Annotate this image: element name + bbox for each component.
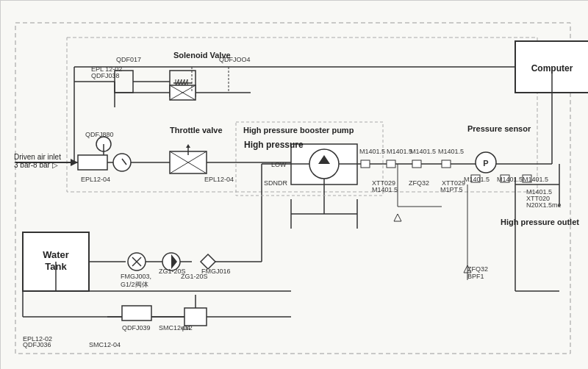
smc12-04b-label: SMC12-04 (89, 341, 121, 348)
m1401-label1: M1401.5 (359, 148, 385, 155)
high-pressure-outlet-label: High pressure outlet (501, 218, 579, 226)
svg-rect-62 (122, 306, 151, 320)
m1401-label8: M1401.5 (372, 186, 398, 193)
svg-rect-69 (361, 160, 370, 168)
bpf1-label: BPF1 (467, 273, 484, 280)
high-pressure-booster-label: High pressure booster pump (243, 126, 354, 135)
qdfj038-label: QDFJ038 (91, 72, 120, 79)
svg-rect-71 (412, 160, 421, 168)
n20x1-label: N20X1.5me (526, 201, 562, 209)
sdndr-label: SDNDR (264, 179, 287, 187)
m1401-label5: M1401.5 (464, 176, 490, 183)
fmgj003-label: FMGJ003,G1/2阀体 (121, 273, 151, 290)
svg-text:Water: Water (43, 249, 69, 260)
qdfj036-label: QDFJ036 (23, 341, 51, 348)
m1401-label4: M1401.5 (438, 148, 464, 155)
qdfj880-label: QDFJ880 (85, 131, 114, 138)
epl12-04-label2: EPL12-04 (204, 176, 234, 183)
m1401-label3: M1401.5 (410, 148, 436, 155)
m1p1-label: M1PT.5 (440, 186, 463, 193)
epl12-04-label1: EPL12-04 (81, 176, 110, 183)
qdfjoo4-label: QDFJOO4 (219, 56, 251, 63)
size-label: φ12 (181, 324, 193, 332)
svg-text:P: P (483, 159, 488, 168)
qdfj039-label: QDFJ039 (122, 324, 151, 332)
svg-rect-87 (78, 155, 107, 170)
diagram-container: suncenter made-in-china.com Computer (0, 0, 588, 369)
qdf017-label: QDF017 (116, 56, 141, 63)
m1401-label7: M1401.5 (523, 176, 548, 183)
svg-point-27 (113, 154, 131, 171)
svg-rect-72 (442, 160, 451, 168)
low-label: LOW (271, 161, 287, 168)
m1401-label6: M1401.5 (497, 176, 523, 183)
zfq32-label: ZFQ32 (409, 179, 429, 187)
svg-rect-70 (387, 160, 395, 168)
pressure-sensor-label: Pressure sensor (467, 124, 531, 133)
fmgj016-label: FMGJ016 (201, 268, 231, 275)
zfq32-label2: ZFQ32 (467, 265, 488, 273)
high-pressure-label: High pressure (244, 140, 304, 150)
driven-air-inlet-label: Driven air inlet3 bar-8 bar ▷ (14, 153, 61, 169)
throttle-valve-label: Throttle valve (170, 126, 223, 135)
svg-rect-65 (184, 308, 207, 326)
m1401-label2: M1401.5 (387, 148, 412, 155)
